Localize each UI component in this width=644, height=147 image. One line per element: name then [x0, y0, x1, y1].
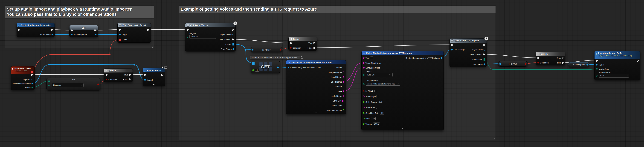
output-format-pin[interactable] [363, 83, 364, 85]
exec-out-pin[interactable] [147, 29, 149, 31]
locale-name-pin[interactable] [343, 95, 344, 97]
collapse-chevron-up-icon[interactable] [315, 112, 317, 113]
gender-pin[interactable] [343, 86, 344, 87]
is-ssml-pin[interactable] [363, 90, 364, 92]
voice-short-name-pin[interactable] [363, 62, 364, 64]
condition-pin[interactable] [106, 79, 107, 80]
exec-out-pin[interactable] [232, 29, 234, 31]
node-onresult-custom-event[interactable]: OnResult_Event Custom Event Importer Imp… [11, 66, 35, 90]
true-exec-pin[interactable] [314, 42, 316, 44]
importer-pin[interactable] [32, 79, 33, 80]
node-branch-send[interactable]: Branch True Condition False [536, 52, 565, 65]
exec-in-pin[interactable] [71, 30, 73, 31]
bubble-toggle-icon[interactable] [301, 58, 303, 59]
status-pin[interactable] [32, 87, 33, 88]
node-array-get[interactable]: GET 0 [250, 61, 280, 73]
exec-out-pin[interactable] [637, 60, 639, 62]
tts-settings-pin[interactable] [451, 49, 453, 51]
style-list-array-pin[interactable] [342, 100, 344, 102]
exec-in-pin[interactable] [290, 42, 292, 44]
node-send-azure-tts-request[interactable]: Send Azure TTS Request TTS Settings Asyn… [450, 38, 487, 67]
condition-pin[interactable] [290, 47, 292, 49]
pitch-pin[interactable] [363, 118, 364, 119]
style-degree-value[interactable]: 1.0 [378, 101, 383, 103]
name-pin[interactable] [343, 67, 344, 68]
voice-style-value-box[interactable] [376, 95, 379, 98]
exec-in-pin[interactable] [187, 29, 189, 31]
index-pin[interactable] [252, 69, 254, 71]
equal-input-b-pin[interactable] [48, 85, 50, 86]
reroute-node-delegate[interactable] [109, 54, 110, 55]
variable-out-pin[interactable] [586, 64, 588, 66]
equal-input-a-pin[interactable] [48, 80, 50, 82]
on-complete-exec-pin[interactable] [232, 39, 234, 40]
reroute-node-blue[interactable] [48, 64, 50, 65]
ttssettings-out-pin[interactable] [440, 57, 442, 59]
reroute-node-delegate[interactable] [51, 54, 53, 55]
voice-style-pin[interactable] [363, 95, 364, 97]
audio-format-dropdown[interactable]: mp3 [599, 74, 629, 78]
node-set-audio-importer[interactable]: SET Audio Importer [69, 25, 98, 37]
audio-data-array-pin[interactable] [596, 68, 598, 70]
is-ssml-checkbox[interactable] [374, 90, 377, 92]
exec-out-pin[interactable] [51, 29, 53, 31]
condition-pin[interactable] [538, 62, 539, 63]
text-pin[interactable] [363, 57, 364, 59]
voice-role-value-box[interactable] [376, 106, 379, 109]
audio-format-pin[interactable] [596, 75, 598, 77]
node-bind-event-to-on-result[interactable]: Bind Event to On Result Target Event [118, 23, 151, 43]
node-import-audio-from-buffer[interactable]: ƒ Import Audio from Buffer Target is Run… [594, 51, 640, 80]
words-per-minute-pin[interactable] [343, 109, 344, 111]
delegate-out-pin[interactable] [31, 71, 33, 73]
collapse-chevron-up-icon[interactable] [402, 128, 404, 129]
node-branch-play[interactable]: Branch True Condition False [104, 69, 133, 82]
error-status-pin[interactable] [484, 63, 485, 65]
event-delegate-pin[interactable] [119, 39, 121, 41]
async-action-pin[interactable] [484, 49, 485, 51]
on-complete-exec-pin[interactable] [483, 54, 485, 55]
node-get-azure-voices[interactable]: Get Azure Voices Region East US Async Ac… [185, 23, 236, 52]
exec-in-pin[interactable] [144, 74, 146, 76]
array-input-pin[interactable] [252, 62, 255, 65]
exec-in-pin[interactable] [596, 60, 598, 62]
node-make-azure-ttssettings[interactable]: Make Chatbot Integrator Azure TTSSetting… [362, 51, 444, 130]
collapse-chevron-down-icon[interactable] [153, 84, 155, 85]
exec-in-pin[interactable] [451, 44, 453, 46]
node-break-azure-voice-info[interactable]: Break Chatbot Integrator Azure Voice Inf… [286, 60, 346, 114]
local-name-pin[interactable] [343, 76, 344, 78]
node-equal-enum[interactable]: == Success [46, 78, 100, 90]
exec-in-pin[interactable] [538, 57, 540, 59]
output-format-dropdown[interactable]: audio-16khz-32kbitrate-mono-mp3 [366, 82, 400, 86]
exec-in-pin[interactable] [119, 29, 121, 31]
exec-out-pin[interactable] [94, 30, 96, 31]
audio-importer-out-pin[interactable] [95, 34, 96, 35]
short-name-pin[interactable] [343, 81, 344, 83]
display-name-pin[interactable] [343, 72, 344, 73]
node-error-collapsed-1[interactable]: Error [250, 47, 282, 52]
equal-value-dropdown[interactable]: Success [52, 83, 84, 87]
node-audio-importer-getter[interactable]: Audio Importer [568, 62, 589, 67]
exec-out-pin[interactable] [162, 74, 164, 76]
false-exec-pin[interactable] [314, 47, 316, 49]
text-value-box[interactable] [370, 57, 373, 59]
exec-in-pin[interactable] [18, 29, 20, 31]
speaking-rate-value[interactable]: 0.0 [380, 112, 384, 114]
region-pin[interactable] [363, 74, 364, 76]
error-output-pin[interactable] [525, 63, 526, 65]
reroute-node-blue[interactable] [134, 64, 135, 66]
return-value-pin[interactable] [52, 34, 53, 35]
voice-info-input-pin[interactable] [288, 67, 289, 68]
error-input-pin[interactable] [252, 49, 254, 51]
locale-pin[interactable] [343, 90, 344, 92]
false-exec-pin[interactable] [129, 78, 131, 80]
imported-sound-wave-pin[interactable] [32, 83, 33, 84]
audio-importer-in-pin[interactable] [71, 34, 72, 35]
node-comment-bubble[interactable]: Use the first available voice for testin… [250, 56, 300, 59]
exec-out-pin[interactable] [31, 74, 33, 76]
node-error-collapsed-2[interactable]: Error [498, 61, 528, 67]
error-input-pin[interactable] [499, 63, 501, 65]
exec-in-pin[interactable] [106, 74, 108, 76]
index-value[interactable]: 0 [255, 69, 259, 72]
async-action-pin[interactable] [232, 34, 234, 35]
error-status-pin[interactable] [232, 48, 234, 50]
